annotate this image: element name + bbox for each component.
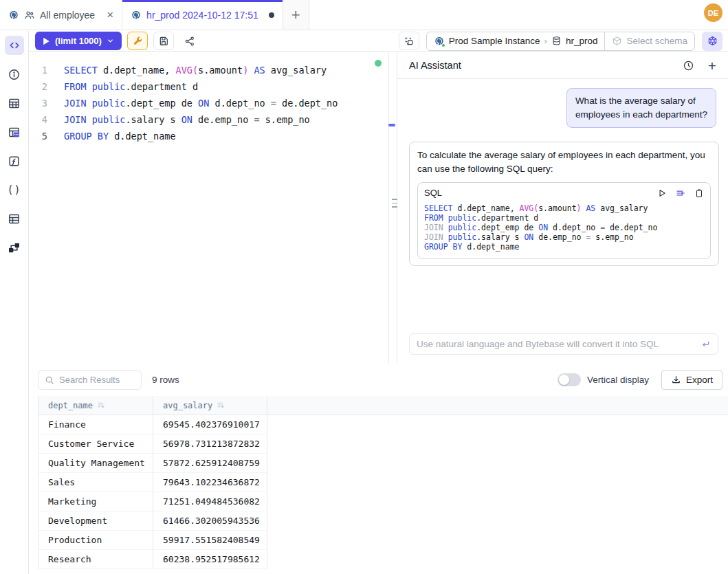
table-cell[interactable]: Research — [38, 550, 153, 569]
ai-prompt-input[interactable] — [417, 339, 701, 349]
ai-code-line: JOIN public.salary s ON de.emp_no = s.em… — [424, 232, 704, 242]
table-cell[interactable]: 61466.302005943536 — [153, 511, 267, 531]
vertical-display-toggle[interactable] — [558, 373, 581, 386]
rail-item-info[interactable] — [5, 65, 24, 84]
table-row[interactable]: Marketing71251.049484536082 — [38, 492, 728, 511]
return-icon[interactable] — [701, 339, 711, 349]
schema-selector[interactable]: Select schema — [604, 32, 694, 50]
assistant-message-card: To calculate the average salary of emplo… — [409, 142, 719, 266]
code-icon — [8, 39, 21, 52]
left-rail: () — [0, 31, 29, 574]
table-row[interactable]: Development61466.302005943536 — [38, 511, 728, 531]
insert-into-editor-icon[interactable] — [675, 188, 686, 198]
table-cell[interactable]: 79643.102234636872 — [153, 473, 267, 492]
table-row[interactable]: Customer Service56978.731213872832 — [38, 434, 728, 454]
editor-line[interactable]: 3JOIN public.dept_emp de ON d.dept_no = … — [30, 95, 388, 111]
editor-line[interactable]: 5GROUP BY d.dept_name — [30, 128, 388, 144]
ai-panel-header: AI Assistant + — [397, 52, 728, 79]
search-results-box — [38, 370, 142, 390]
export-label: Export — [686, 375, 713, 385]
ai-assistant-button[interactable] — [702, 32, 723, 51]
ai-assistant-panel: AI Assistant + What is the average salar… — [397, 52, 728, 363]
run-query-button[interactable]: (limit 1000) — [35, 32, 122, 50]
avatar[interactable]: DE — [704, 3, 723, 22]
search-results-input[interactable] — [59, 375, 135, 385]
openai-icon — [707, 35, 718, 47]
save-icon — [158, 36, 169, 47]
sql-editor[interactable]: 1SELECT d.dept_name, AVG(s.amount) AS av… — [30, 52, 389, 363]
rail-item-functions[interactable] — [5, 151, 24, 170]
table-cell[interactable]: Finance — [38, 415, 153, 434]
table-row[interactable]: Sales79643.102234636872 — [38, 473, 728, 492]
postgres-icon — [131, 10, 142, 21]
function-icon — [8, 155, 21, 168]
tab-all-employee[interactable]: All employee × — [0, 0, 122, 30]
instance-selector[interactable]: Prod Sample Instance › hr_prod — [427, 32, 605, 50]
table-detail-icon — [8, 212, 21, 225]
table-cell[interactable]: 59917.551582408549 — [153, 531, 267, 550]
editor-toolbar: (limit 1000) — [30, 31, 728, 52]
table-cell[interactable]: Marketing — [38, 492, 153, 511]
share-icon — [184, 36, 195, 47]
ai-sql-code: SELECT d.dept_name, AVG(s.amount) AS avg… — [424, 203, 704, 252]
editor-line[interactable]: 1SELECT d.dept_name, AVG(s.amount) AS av… — [30, 62, 388, 78]
table-cell[interactable]: Customer Service — [38, 434, 153, 454]
new-chat-icon[interactable]: + — [708, 58, 716, 73]
column-header-dept-name[interactable]: dept_name — [38, 396, 153, 415]
select-connection-button[interactable] — [399, 32, 419, 50]
user-message-line: What is the average salary of — [575, 94, 707, 108]
table-row[interactable]: Research60238.952517985612 — [38, 550, 728, 569]
table-cell[interactable]: 71251.049484536082 — [153, 492, 267, 511]
ai-chat-area: What is the average salary of employees … — [397, 79, 728, 266]
history-clock-icon[interactable] — [683, 60, 694, 71]
column-label: dept_name — [48, 401, 93, 410]
table-row[interactable]: Production59917.551582408549 — [38, 531, 728, 550]
postgres-icon — [434, 36, 445, 47]
info-icon — [8, 68, 21, 81]
table-cell[interactable]: Production — [38, 531, 153, 550]
database-icon — [551, 36, 562, 46]
toolbar-right: Prod Sample Instance › hr_prod Select sc… — [399, 32, 723, 51]
table-row[interactable]: Finance69545.402376910017 — [38, 415, 728, 434]
close-icon[interactable]: × — [107, 9, 113, 21]
rail-item-procedures[interactable]: () — [5, 180, 24, 199]
editor-line[interactable]: 4JOIN public.salary s ON de.emp_no = s.e… — [30, 111, 388, 128]
table-header-row: dept_name avg_salary — [38, 396, 728, 415]
results-table: dept_name avg_salary Finance69545.402376… — [38, 396, 728, 569]
table-cell[interactable]: 57872.625912408759 — [153, 454, 267, 473]
rail-item-schema-diagram[interactable] — [5, 122, 24, 142]
table-cell[interactable]: 69545.402376910017 — [153, 415, 267, 434]
table-cell[interactable]: Development — [38, 511, 153, 531]
run-code-icon[interactable] — [657, 188, 667, 198]
table-cell[interactable]: 60238.952517985612 — [153, 550, 267, 569]
rail-item-er-diagram[interactable] — [5, 238, 24, 257]
results-panel: 9 rows Vertical display Export dept_name — [30, 364, 728, 574]
format-sql-button[interactable] — [127, 32, 148, 50]
rail-item-worksheet[interactable] — [5, 36, 24, 55]
save-sheet-button[interactable] — [153, 32, 174, 50]
row-count: 9 rows — [152, 375, 179, 385]
editor-scrollbar-thumb[interactable] — [388, 124, 395, 126]
copy-code-icon[interactable] — [694, 188, 704, 198]
share-sheet-button[interactable] — [179, 32, 200, 50]
editor-lines: 1SELECT d.dept_name, AVG(s.amount) AS av… — [30, 62, 388, 144]
table-body: Finance69545.402376910017Customer Servic… — [38, 415, 728, 569]
sort-icon — [97, 401, 106, 410]
tab-label: hr_prod 2024-10-12 17:51 — [146, 10, 258, 21]
rail-item-external-tables[interactable] — [5, 209, 24, 228]
tab-hr-prod[interactable]: hr_prod 2024-10-12 17:51 — [122, 0, 283, 30]
group-icon — [24, 10, 35, 21]
export-button[interactable]: Export — [661, 370, 723, 390]
table-cell[interactable]: Sales — [38, 473, 153, 492]
line-number: 4 — [30, 111, 64, 128]
column-header-avg-salary[interactable]: avg_salary — [153, 396, 267, 415]
table-cell[interactable]: 56978.731213872832 — [153, 434, 267, 454]
rail-item-tables[interactable] — [5, 93, 24, 113]
table-row[interactable]: Quality Management57872.625912408759 — [38, 454, 728, 473]
new-tab-button[interactable]: + — [283, 0, 309, 30]
editor-line[interactable]: 2FROM public.department d — [30, 78, 388, 95]
table-cell[interactable]: Quality Management — [38, 454, 153, 473]
wrench-icon — [132, 36, 143, 47]
parentheses-icon: () — [7, 184, 21, 196]
schema-box-icon — [612, 36, 622, 46]
